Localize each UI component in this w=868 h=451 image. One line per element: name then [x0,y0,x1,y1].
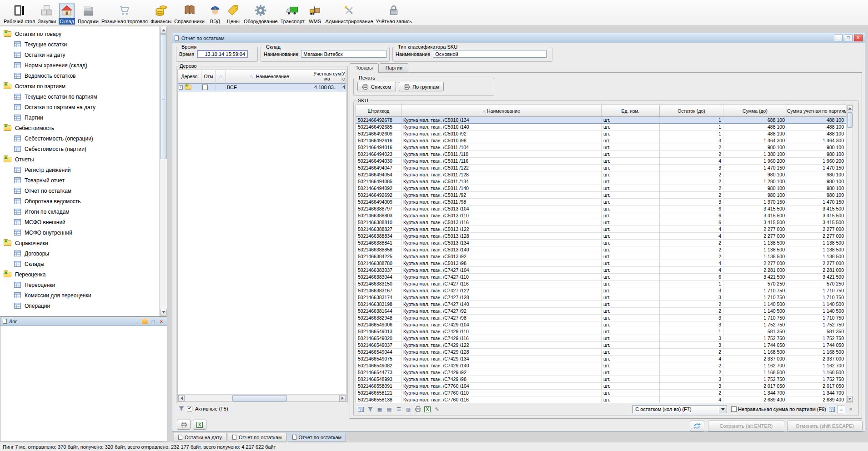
cell-sum[interactable]: 1 168 500 [723,349,787,356]
cell-qty[interactable]: 2 [660,349,723,356]
cell-unit[interactable]: шт. [602,356,660,362]
table-row[interactable]: 5021466492692 Куртка мал. ткан. /C5011 /… [356,192,846,199]
close-icon[interactable]: × [158,319,165,324]
cell-qty[interactable]: 2 [660,246,723,253]
cell-unit[interactable]: шт. [602,158,660,165]
scroll-left-icon[interactable] [178,395,185,401]
cell-unit[interactable]: шт. [602,233,660,240]
cell-sum[interactable]: 488 100 [723,124,787,130]
cell-psum[interactable]: 570 250 [787,281,846,287]
cell-sum[interactable]: 2 337 000 [723,356,787,362]
chevron-down-icon[interactable] [719,406,727,413]
cell-name[interactable]: Куртка мал. ткан. /C7760 /104 [401,383,602,390]
table-row[interactable]: 5021466388810 Куртка мал. ткан. /C5013 /… [356,219,846,226]
cell-psum[interactable]: 980 100 [787,144,846,151]
cell-psum[interactable]: 1 464 300 [787,137,846,144]
cell-sum[interactable]: 1 162 700 [723,362,787,369]
cell-name[interactable]: Куртка мал. ткан. /C7429 /92 [401,369,602,376]
cell-sum[interactable]: 1 138 500 [723,246,787,253]
cell-name[interactable]: Куртка мал. ткан. /C5013 /128 [401,233,602,240]
cell-qty[interactable]: 3 [660,165,723,171]
sidebar-item-current-batch-stock[interactable]: Текущие остатки по партиям [0,91,158,102]
cell-sum[interactable]: 2 689 400 [723,396,787,403]
cell-barcode[interactable]: 5021466494016 [356,144,401,151]
table-row[interactable]: 5021466549044 Куртка мал. ткан. /C7429 /… [356,349,846,356]
cell-psum[interactable]: 980 100 [787,171,846,178]
cell-sum[interactable]: 1 752 750 [723,335,787,342]
row-checkbox[interactable] [202,85,208,90]
sidebar-item-batch-stock-on-date[interactable]: Остатки по партиям на дату [0,102,158,112]
cell-name[interactable]: Куртка мал. ткан. /C5013 /134 [401,240,602,246]
cell-unit[interactable]: шт. [602,178,660,185]
cell-psum[interactable]: 1 140 500 [787,301,846,308]
scrollbar-thumb[interactable] [847,112,853,128]
table-row[interactable]: 5021466544773 Куртка мал. ткан. /C7429 /… [356,369,846,376]
cell-psum[interactable]: 1 710 750 [787,287,846,294]
cell-unit[interactable]: шт. [602,267,660,274]
cell-qty[interactable]: 3 [660,383,723,390]
cell-name[interactable]: Куртка мал. ткан. /C7760 /110 [401,390,602,396]
cell-name[interactable]: Куртка мал. ткан. /C7429 /116 [401,335,602,342]
cell-qty[interactable]: 2 [660,369,723,376]
cards-icon[interactable]: ▤ [385,406,393,413]
toolbar-item-sales[interactable]: Продажи [76,3,100,25]
toolbar-item-references[interactable]: Справочники [173,3,206,25]
cell-sum[interactable]: 1 710 750 [723,287,787,294]
wrong-batch-sum-checkbox[interactable] [731,406,737,412]
cell-unit[interactable]: шт. [602,226,660,233]
cell-sum[interactable]: 1 370 150 [723,199,787,205]
cell-unit[interactable]: шт. [602,137,660,144]
list-icon[interactable]: ☰ [395,406,403,413]
cell-psum[interactable]: 1 140 500 [787,308,846,315]
cell-sum[interactable]: 3 415 500 [723,212,787,219]
cell-sum[interactable]: 1 752 750 [723,376,787,383]
cell-psum[interactable]: 1 138 500 [787,253,846,260]
cell-sum[interactable]: 3 415 500 [723,219,787,226]
cell-unit[interactable]: шт. [602,171,660,178]
cell-sum[interactable]: 2 277 000 [723,226,787,233]
cell-sum[interactable]: 581 350 [723,328,787,335]
cell-barcode[interactable]: 5021466388827 [356,226,401,233]
table-row[interactable]: 5021466494030 Куртка мал. ткан. /C5011 /… [356,158,846,165]
cell-barcode[interactable]: 5021466383174 [356,294,401,301]
cell-psum[interactable]: 488 100 [787,117,846,124]
table-row[interactable]: 5021466558121 Куртка мал. ткан. /C7760 /… [356,390,846,396]
table-row[interactable]: 5021466558138 Куртка мал. ткан. /C7760 /… [356,396,846,403]
cell-unit[interactable]: шт. [602,240,660,246]
cell-qty[interactable]: 3 [660,315,723,321]
table-row[interactable]: 5021466492609 Куртка мал. ткан. /C5010 /… [356,130,846,137]
cell-qty[interactable]: 3 [660,287,723,294]
cell-unit[interactable]: шт. [602,151,660,158]
edit-grid-icon[interactable]: ✎ [433,406,441,413]
cell-psum[interactable]: 980 100 [787,151,846,158]
cell-unit[interactable]: шт. [602,281,660,287]
cell-name[interactable]: Куртка мал. ткан. /C5011 /110 [401,151,602,158]
time-input[interactable]: 13.10.14 15:59:04 [197,50,248,58]
cell-psum[interactable]: 1 752 750 [787,335,846,342]
cell-psum[interactable]: 1 710 750 [787,315,846,321]
sidebar-group-directories[interactable]: Справочники [0,238,158,248]
cell-barcode[interactable]: 5021466383037 [356,267,401,274]
cell-name[interactable]: Куртка мал. ткан. /C5013 /140 [401,246,602,253]
cell-sum[interactable]: 1 380 100 [723,151,787,158]
cell-qty[interactable]: 2 [660,390,723,396]
table-row[interactable]: 5021466494016 Куртка мал. ткан. /C5011 /… [356,144,846,151]
scroll-down-icon[interactable] [847,396,853,402]
table-row[interactable]: 5021466549020 Куртка мал. ткан. /C7429 /… [356,335,846,342]
cell-qty[interactable]: 3 [660,335,723,342]
cell-psum[interactable]: 2 277 000 [787,260,846,267]
cell-name[interactable]: Куртка мал. ткан. /C5013 /116 [401,219,602,226]
scroll-up-icon[interactable] [847,105,853,111]
refresh-button[interactable] [690,421,704,431]
column-qty[interactable]: Остаток (до) [660,105,723,117]
cell-name[interactable]: Куртка мал. ткан. /C7427 /110 [401,274,602,281]
cell-qty[interactable]: 6 [660,205,723,212]
cell-unit[interactable]: шт. [602,321,660,328]
maximize-button[interactable]: □ [844,35,853,41]
cell-barcode[interactable]: 5021466549020 [356,335,401,342]
table-row[interactable]: 5021466558091 Куртка мал. ткан. /C7760 /… [356,383,846,390]
sidebar-group-cost[interactable]: Себестоимость [0,123,158,133]
table-row[interactable]: 5021466492685 Куртка мал. ткан. /C5010 /… [356,124,846,130]
toolbar-item-prices[interactable]: Цены [224,3,242,25]
cell-sum[interactable]: 1 960 200 [723,158,787,165]
